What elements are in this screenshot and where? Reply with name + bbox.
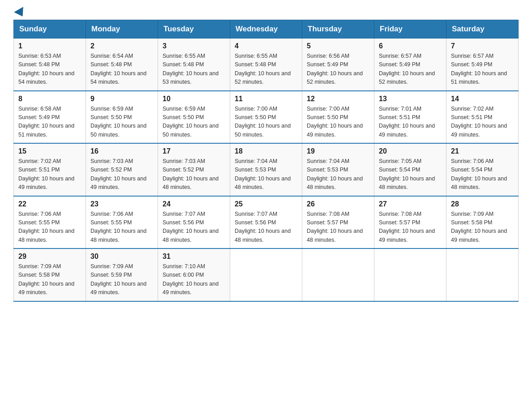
- calendar-cell: 26 Sunrise: 7:08 AMSunset: 5:57 PMDaylig…: [302, 196, 374, 249]
- day-number: 16: [90, 147, 153, 155]
- day-number: 10: [163, 95, 225, 103]
- calendar-week-row: 1 Sunrise: 6:53 AMSunset: 5:48 PMDayligh…: [14, 39, 519, 91]
- calendar-header-row: SundayMondayTuesdayWednesdayThursdayFrid…: [14, 20, 519, 39]
- calendar-cell: 21 Sunrise: 7:06 AMSunset: 5:54 PMDaylig…: [446, 143, 519, 196]
- col-header-sunday: Sunday: [14, 20, 86, 39]
- day-number: 5: [307, 42, 369, 50]
- calendar-cell: 13 Sunrise: 7:01 AMSunset: 5:51 PMDaylig…: [374, 91, 446, 144]
- day-number: 8: [18, 95, 81, 103]
- col-header-tuesday: Tuesday: [158, 20, 230, 39]
- day-info: Sunrise: 6:59 AMSunset: 5:50 PMDaylight:…: [90, 105, 153, 140]
- calendar-cell: 15 Sunrise: 7:02 AMSunset: 5:51 PMDaylig…: [14, 143, 86, 196]
- col-header-monday: Monday: [86, 20, 158, 39]
- day-number: 28: [451, 200, 514, 208]
- day-info: Sunrise: 7:07 AMSunset: 5:56 PMDaylight:…: [235, 210, 297, 245]
- day-info: Sunrise: 7:03 AMSunset: 5:52 PMDaylight:…: [90, 157, 153, 192]
- calendar-cell: 4 Sunrise: 6:55 AMSunset: 5:48 PMDayligh…: [230, 39, 302, 91]
- day-info: Sunrise: 6:57 AMSunset: 5:49 PMDaylight:…: [379, 52, 442, 87]
- calendar-cell: 31 Sunrise: 7:10 AMSunset: 6:00 PMDaylig…: [158, 248, 230, 301]
- day-info: Sunrise: 6:54 AMSunset: 5:48 PMDaylight:…: [90, 52, 153, 87]
- calendar-cell: 11 Sunrise: 7:00 AMSunset: 5:50 PMDaylig…: [230, 91, 302, 144]
- calendar-week-row: 8 Sunrise: 6:58 AMSunset: 5:49 PMDayligh…: [14, 91, 519, 144]
- day-info: Sunrise: 7:06 AMSunset: 5:54 PMDaylight:…: [451, 157, 514, 192]
- calendar-cell: 14 Sunrise: 7:02 AMSunset: 5:51 PMDaylig…: [446, 91, 519, 144]
- calendar-cell: 23 Sunrise: 7:06 AMSunset: 5:55 PMDaylig…: [86, 196, 158, 249]
- day-number: 2: [90, 42, 153, 50]
- day-info: Sunrise: 6:53 AMSunset: 5:48 PMDaylight:…: [18, 52, 81, 87]
- calendar-cell: [446, 248, 519, 301]
- day-number: 26: [307, 200, 369, 208]
- day-number: 18: [235, 147, 297, 155]
- day-number: 13: [379, 95, 442, 103]
- calendar-cell: 28 Sunrise: 7:09 AMSunset: 5:58 PMDaylig…: [446, 196, 519, 249]
- day-number: 24: [163, 200, 225, 208]
- calendar-week-row: 29 Sunrise: 7:09 AMSunset: 5:58 PMDaylig…: [14, 248, 519, 301]
- day-info: Sunrise: 7:04 AMSunset: 5:53 PMDaylight:…: [307, 157, 369, 192]
- day-info: Sunrise: 7:09 AMSunset: 5:58 PMDaylight:…: [451, 210, 514, 245]
- day-info: Sunrise: 7:06 AMSunset: 5:55 PMDaylight:…: [90, 210, 153, 245]
- day-number: 21: [451, 147, 514, 155]
- calendar-cell: [374, 248, 446, 301]
- calendar-cell: 3 Sunrise: 6:55 AMSunset: 5:48 PMDayligh…: [158, 39, 230, 91]
- day-info: Sunrise: 7:09 AMSunset: 5:59 PMDaylight:…: [90, 262, 153, 297]
- day-info: Sunrise: 7:03 AMSunset: 5:52 PMDaylight:…: [163, 157, 225, 192]
- day-info: Sunrise: 7:09 AMSunset: 5:58 PMDaylight:…: [18, 262, 81, 297]
- day-info: Sunrise: 7:08 AMSunset: 5:57 PMDaylight:…: [307, 210, 369, 245]
- day-info: Sunrise: 6:55 AMSunset: 5:48 PMDaylight:…: [235, 52, 297, 87]
- day-info: Sunrise: 7:00 AMSunset: 5:50 PMDaylight:…: [235, 105, 297, 140]
- day-number: 25: [235, 200, 297, 208]
- day-number: 31: [163, 253, 225, 261]
- day-number: 14: [451, 95, 514, 103]
- day-info: Sunrise: 7:02 AMSunset: 5:51 PMDaylight:…: [18, 157, 81, 192]
- day-info: Sunrise: 6:56 AMSunset: 5:49 PMDaylight:…: [307, 52, 369, 87]
- day-info: Sunrise: 7:04 AMSunset: 5:53 PMDaylight:…: [235, 157, 297, 192]
- day-number: 27: [379, 200, 442, 208]
- calendar-cell: 10 Sunrise: 6:59 AMSunset: 5:50 PMDaylig…: [158, 91, 230, 144]
- day-info: Sunrise: 7:02 AMSunset: 5:51 PMDaylight:…: [451, 105, 514, 140]
- day-number: 11: [235, 95, 297, 103]
- day-number: 3: [163, 42, 225, 50]
- day-number: 4: [235, 42, 297, 50]
- col-header-saturday: Saturday: [446, 20, 519, 39]
- calendar-cell: 24 Sunrise: 7:07 AMSunset: 5:56 PMDaylig…: [158, 196, 230, 249]
- day-info: Sunrise: 6:58 AMSunset: 5:49 PMDaylight:…: [18, 105, 81, 140]
- day-info: Sunrise: 7:00 AMSunset: 5:50 PMDaylight:…: [307, 105, 369, 140]
- col-header-wednesday: Wednesday: [230, 20, 302, 39]
- calendar-cell: 17 Sunrise: 7:03 AMSunset: 5:52 PMDaylig…: [158, 143, 230, 196]
- day-number: 19: [307, 147, 369, 155]
- calendar-cell: 1 Sunrise: 6:53 AMSunset: 5:48 PMDayligh…: [14, 39, 86, 91]
- day-number: 15: [18, 147, 81, 155]
- day-number: 30: [90, 253, 153, 261]
- day-number: 9: [90, 95, 153, 103]
- day-number: 20: [379, 147, 442, 155]
- day-info: Sunrise: 7:06 AMSunset: 5:55 PMDaylight:…: [18, 210, 81, 245]
- day-number: 12: [307, 95, 369, 103]
- day-number: 7: [451, 42, 514, 50]
- day-info: Sunrise: 6:59 AMSunset: 5:50 PMDaylight:…: [163, 105, 225, 140]
- day-number: 23: [90, 200, 153, 208]
- calendar-cell: 19 Sunrise: 7:04 AMSunset: 5:53 PMDaylig…: [302, 143, 374, 196]
- calendar-week-row: 15 Sunrise: 7:02 AMSunset: 5:51 PMDaylig…: [14, 143, 519, 196]
- calendar-week-row: 22 Sunrise: 7:06 AMSunset: 5:55 PMDaylig…: [14, 196, 519, 249]
- logo: [13, 9, 26, 15]
- calendar-cell: 12 Sunrise: 7:00 AMSunset: 5:50 PMDaylig…: [302, 91, 374, 144]
- calendar-cell: 25 Sunrise: 7:07 AMSunset: 5:56 PMDaylig…: [230, 196, 302, 249]
- day-number: 17: [163, 147, 225, 155]
- calendar-cell: 5 Sunrise: 6:56 AMSunset: 5:49 PMDayligh…: [302, 39, 374, 91]
- logo-arrow-icon: [14, 7, 27, 19]
- calendar-cell: 2 Sunrise: 6:54 AMSunset: 5:48 PMDayligh…: [86, 39, 158, 91]
- calendar-cell: 27 Sunrise: 7:08 AMSunset: 5:57 PMDaylig…: [374, 196, 446, 249]
- calendar-cell: [302, 248, 374, 301]
- calendar-cell: 22 Sunrise: 7:06 AMSunset: 5:55 PMDaylig…: [14, 196, 86, 249]
- col-header-thursday: Thursday: [302, 20, 374, 39]
- calendar-cell: 8 Sunrise: 6:58 AMSunset: 5:49 PMDayligh…: [14, 91, 86, 144]
- calendar-cell: 18 Sunrise: 7:04 AMSunset: 5:53 PMDaylig…: [230, 143, 302, 196]
- day-info: Sunrise: 7:05 AMSunset: 5:54 PMDaylight:…: [379, 157, 442, 192]
- day-number: 6: [379, 42, 442, 50]
- calendar-cell: 30 Sunrise: 7:09 AMSunset: 5:59 PMDaylig…: [86, 248, 158, 301]
- calendar-table: SundayMondayTuesdayWednesdayThursdayFrid…: [13, 20, 519, 302]
- day-info: Sunrise: 7:08 AMSunset: 5:57 PMDaylight:…: [379, 210, 442, 245]
- calendar-cell: 16 Sunrise: 7:03 AMSunset: 5:52 PMDaylig…: [86, 143, 158, 196]
- day-number: 29: [18, 253, 81, 261]
- day-number: 22: [18, 200, 81, 208]
